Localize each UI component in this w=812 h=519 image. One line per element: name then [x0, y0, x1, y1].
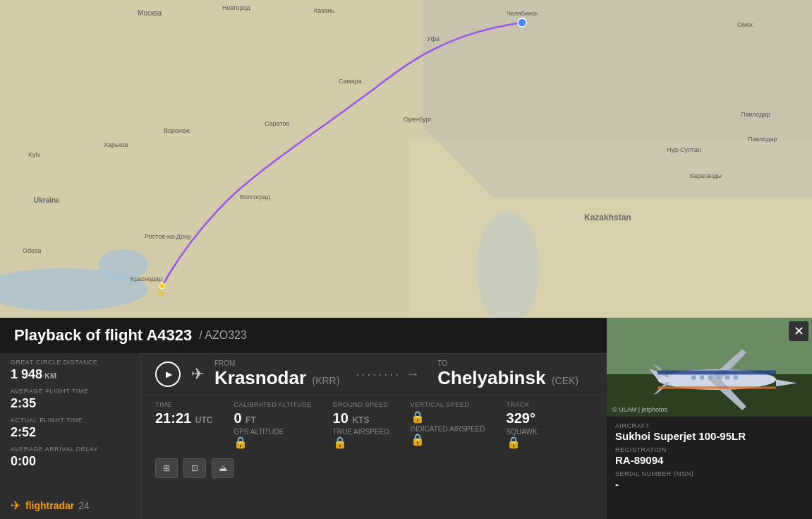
registration-label: REGISTRATION: [615, 446, 804, 453]
svg-rect-34: [700, 376, 704, 380]
target-button[interactable]: ⊡: [183, 458, 206, 478]
play-button[interactable]: [155, 362, 181, 387]
photo-credit: © ULAM | jetphotos: [612, 406, 667, 413]
cal-alt-col: CALIBRATED ALTITUDE 0 FT GPS ALTITUDE 🔒: [234, 401, 311, 449]
fr24-plane-icon: ✈: [11, 498, 21, 513]
grid-button[interactable]: ⊞: [155, 458, 178, 478]
great-circle-value: 1 948KM: [11, 367, 130, 382]
aircraft-label: AIRCRAFT: [615, 422, 804, 429]
cal-alt-value: 0 FT: [234, 410, 311, 426]
to-label: TO: [437, 359, 578, 367]
route-data-section: ✈ FROM Krasnodar (KRR) ········ → TO Che…: [141, 353, 607, 519]
great-circle-label: GREAT CIRCLE DISTANCE: [11, 359, 130, 366]
svg-text:Уфа: Уфа: [427, 35, 440, 42]
svg-text:Kazakhstan: Kazakhstan: [584, 213, 631, 222]
svg-rect-33: [691, 376, 696, 380]
route-section: ✈ FROM Krasnodar (KRR) ········ → TO Che…: [141, 353, 607, 395]
squawk-label: SQUAWK: [507, 428, 563, 436]
great-circle-stat: GREAT CIRCLE DISTANCE 1 948KM: [11, 359, 130, 382]
true-airspeed-label: TRUE AIRSPEED: [333, 428, 389, 436]
ground-speed-value: 10 KTS: [333, 410, 389, 426]
time-col: TIME 21:21 UTC: [155, 401, 212, 426]
time-value: 21:21 UTC: [155, 410, 212, 426]
svg-rect-37: [725, 376, 729, 380]
bottom-controls: ⊞ ⊡ ⛰: [141, 455, 607, 482]
squawk-lock-icon: 🔒: [507, 436, 563, 449]
indicated-airspeed-label: INDICATED AIRSPEED: [411, 425, 485, 433]
svg-text:Ростов-на-Дону: Ростов-на-Дону: [145, 233, 191, 240]
from-city: Krasnodar: [214, 367, 306, 388]
svg-text:Павлодар: Павлодар: [748, 136, 777, 143]
svg-text:Москва: Москва: [138, 9, 162, 17]
avg-arrival-value: 0:00: [11, 454, 130, 469]
svg-text:Челябинск: Челябинск: [507, 10, 538, 17]
vertical-speed-label: VERTICAL SPEED: [411, 401, 485, 408]
track-label: TRACK: [507, 401, 563, 408]
flight-subtitle: / AZO323: [199, 329, 247, 342]
cal-alt-label: CALIBRATED ALTITUDE: [234, 401, 311, 408]
ground-speed-col: GROUND SPEED 10 KTS TRUE AIRSPEED 🔒: [333, 401, 389, 449]
svg-rect-35: [708, 376, 713, 380]
aircraft-icon: ✈: [191, 365, 204, 383]
actual-flight-stat: ACTUAL FLIGHT TIME 2:52: [11, 417, 130, 440]
vertical-speed-col: VERTICAL SPEED 🔒 INDICATED AIRSPEED 🔒: [411, 401, 485, 446]
svg-text:Новгород: Новгород: [222, 4, 250, 11]
svg-rect-39: [658, 370, 776, 374]
svg-rect-38: [734, 376, 738, 380]
title-bar: Playback of flight A4323 / AZO323: [0, 318, 607, 353]
time-label: TIME: [155, 401, 212, 408]
svg-text:Волгоград: Волгоград: [240, 193, 270, 201]
flight-title: Playback of flight A4323: [14, 326, 192, 345]
to-code: (CEK): [552, 375, 578, 386]
svg-text:Павлодар: Павлодар: [741, 111, 770, 118]
to-city: Chelyabinsk: [437, 367, 545, 388]
route-dots: ········ →: [339, 367, 437, 382]
svg-point-5: [518, 18, 526, 27]
svg-text:Самара: Самара: [339, 78, 362, 85]
svg-text:Оренбург: Оренбург: [404, 116, 432, 123]
registration-value: RA-89094: [615, 454, 804, 466]
bottom-panel: Playback of flight A4323 / AZO323 GREAT …: [0, 318, 607, 519]
ground-speed-label: GROUND SPEED: [333, 401, 389, 408]
fr24-logo: ✈ flightradar24: [11, 498, 130, 513]
actual-flight-value: 2:52: [11, 425, 130, 440]
from-code: (KRR): [313, 375, 340, 386]
svg-text:Карaганды: Карaганды: [690, 172, 722, 179]
right-panel: ✕: [607, 318, 812, 519]
avg-arrival-label: AVERAGE ARRIVAL DELAY: [11, 446, 130, 453]
aircraft-info: AIRCRAFT Sukhoi Superjet 100-95LR REGIST…: [607, 417, 812, 500]
svg-text:Odesa: Odesa: [23, 247, 42, 254]
flight-data-row: TIME 21:21 UTC CALIBRATED ALTITUDE 0 FT …: [141, 395, 607, 455]
track-col: TRACK 329° SQUAWK 🔒: [507, 401, 563, 449]
serial-label: SERIAL NUMBER (MSN): [615, 470, 804, 477]
svg-text:Воронеж: Воронеж: [164, 127, 190, 134]
actual-flight-label: ACTUAL FLIGHT TIME: [11, 417, 130, 424]
avg-arrival-stat: AVERAGE ARRIVAL DELAY 0:00: [11, 446, 130, 469]
avg-flight-value: 2:35: [11, 396, 130, 411]
svg-rect-30: [607, 318, 812, 374]
true-airspeed-lock-icon: 🔒: [333, 436, 389, 449]
gps-alt-label: GPS ALTITUDE: [234, 428, 311, 436]
terrain-button[interactable]: ⛰: [212, 458, 234, 478]
svg-text:Омск: Омск: [737, 21, 753, 28]
avg-flight-label: AVERAGE FLIGHT TIME: [11, 388, 130, 395]
stats-column: GREAT CIRCLE DISTANCE 1 948KM AVERAGE FL…: [0, 353, 141, 519]
svg-rect-40: [658, 386, 776, 389]
aircraft-name: Sukhoi Superjet 100-95LR: [615, 430, 804, 442]
avg-flight-stat: AVERAGE FLIGHT TIME 2:35: [11, 388, 130, 411]
indicated-airspeed-lock-icon: 🔒: [411, 433, 485, 446]
svg-rect-36: [717, 376, 721, 380]
close-button[interactable]: ✕: [789, 321, 808, 341]
svg-text:Ukraine: Ukraine: [34, 196, 60, 204]
svg-text:Краснодар: Краснодар: [131, 275, 162, 282]
fr24-num: 24: [78, 500, 90, 511]
gps-lock-icon: 🔒: [234, 436, 311, 449]
svg-text:Нур-Султан: Нур-Султан: [667, 146, 701, 153]
svg-text:Kyiv: Kyiv: [28, 151, 41, 158]
map-container: ✈ Москва Новгород Казань Уфа Челябинск О…: [0, 0, 812, 318]
svg-text:Саратов: Саратов: [265, 120, 289, 127]
svg-text:Казань: Казань: [314, 7, 334, 14]
aircraft-image: © ULAM | jetphotos: [607, 318, 812, 417]
from-label: FROM: [214, 359, 339, 367]
track-value: 329°: [507, 410, 563, 426]
